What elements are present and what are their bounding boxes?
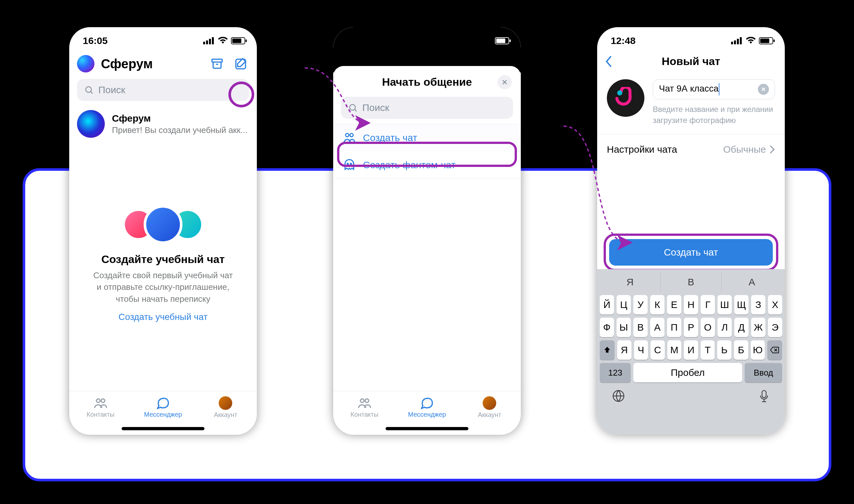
app-logo [77,55,94,72]
keyboard-key[interactable]: Д [734,318,748,337]
keyboard-key[interactable]: Х [768,295,782,314]
back-button[interactable] [602,54,616,69]
svg-rect-23 [740,37,742,44]
keyboard-key[interactable]: Т [701,340,715,360]
status-bar: 16:05 [69,27,257,48]
keyboard-key[interactable]: Ф [600,318,614,337]
svg-rect-22 [737,39,739,44]
keyboard-key[interactable]: А [650,318,665,337]
keyboard-suggestion[interactable]: Я [600,272,660,292]
svg-point-7 [96,399,100,402]
keyboard-key[interactable]: Ь [717,340,731,360]
create-chat-button[interactable]: Создать чат [609,239,773,266]
keyboard-key[interactable]: И [684,340,698,360]
archive-icon [210,57,224,71]
empty-state: Создайте учебный чат Создайте свой первы… [77,208,249,322]
empty-avatars-illustration [77,208,249,247]
svg-point-15 [350,133,353,137]
compose-button[interactable] [233,56,249,72]
keyboard-key[interactable]: Е [667,295,681,314]
keyboard-key[interactable]: У [633,295,648,314]
clear-input-button[interactable] [758,84,769,95]
keyboard-row-1: ЙЦУКЕНГШЩЗХ [600,295,782,314]
keyboard-row-2: ФЫВАПРОЛДЖЭ [600,318,782,337]
sheet-header: Начать общение [333,66,521,95]
tab-messenger[interactable]: Мессенджер [132,391,194,424]
chat-avatar-upload[interactable] [607,79,644,117]
keyboard-key[interactable]: Ч [634,340,648,360]
settings-label: Настройки чата [607,144,677,155]
keyboard-key[interactable]: Ж [751,318,765,337]
chat-subtitle: Привет! Вы создали учебный акк... [112,125,249,135]
empty-create-link[interactable]: Создать учебный чат [77,312,249,322]
keyboard-key[interactable]: Л [717,318,732,337]
keyboard-key[interactable]: Й [600,295,614,314]
chevron-left-icon [604,55,614,68]
messenger-icon [156,397,170,410]
mic-icon[interactable] [758,390,770,404]
chat-avatar-icon [615,87,637,109]
keyboard-enter-key[interactable]: Ввод [745,363,782,382]
keyboard-key[interactable]: О [701,318,715,337]
chat-list-item[interactable]: Сферум Привет! Вы создали учебный акк... [69,106,257,142]
keyboard-key[interactable]: Н [684,295,698,314]
keyboard-space-key[interactable]: Пробел [633,363,742,382]
status-time: 16:05 [83,35,108,46]
empty-title: Создайте учебный чат [77,253,249,266]
svg-rect-4 [212,59,222,62]
keyboard-key[interactable]: С [651,340,665,360]
account-avatar [483,396,496,410]
keyboard-key[interactable]: Г [701,295,715,314]
chat-name: Сферум [112,113,249,124]
keyboard-key[interactable]: Э [768,318,782,337]
status-time: 12:48 [611,35,636,46]
keyboard-key[interactable]: Ц [617,295,631,314]
keyboard-key[interactable]: Ы [617,318,631,337]
create-button-highlight-box: Создать чат [604,234,778,271]
search-icon [84,85,94,95]
tab-account[interactable]: Аккаунт [195,391,257,424]
keyboard-key[interactable]: М [667,340,682,360]
keyboard-bottom-row [600,385,782,413]
keyboard-row-3: ЯЧСМИТЬБЮ [600,340,782,360]
globe-icon[interactable] [612,390,625,402]
chevron-right-icon [769,145,775,154]
close-icon [502,79,508,85]
contacts-icon [358,397,372,410]
keyboard-key[interactable]: Ю [751,340,765,360]
keyboard-shift-key[interactable] [600,340,615,360]
keyboard-key[interactable]: Я [617,340,632,360]
keyboard-key[interactable]: Ш [717,295,732,314]
chat-settings-row[interactable]: Настройки чата Обычные [597,134,785,165]
keyboard-key[interactable]: П [667,318,681,337]
keyboard-backspace-key[interactable] [767,340,782,360]
svg-rect-26 [762,391,766,398]
svg-rect-3 [212,37,214,44]
svg-point-8 [101,399,105,402]
keyboard-key[interactable]: З [751,295,765,314]
svg-rect-21 [734,40,736,44]
chat-name-input[interactable]: Чат 9А класса [653,79,775,99]
keyboard-suggestion[interactable]: А [722,272,782,292]
tab-messenger[interactable]: Мессенджер [396,391,458,424]
keyboard-key[interactable]: В [633,318,648,337]
search-input[interactable]: Поиск [77,79,249,101]
tab-contacts[interactable]: Контакты [69,391,132,424]
keyboard-suggestion[interactable]: В [660,272,721,292]
keyboard-key[interactable]: Б [734,340,748,360]
close-button[interactable] [497,75,512,89]
keyboard-key[interactable]: Р [684,318,698,337]
svg-rect-1 [206,40,208,44]
keyboard-123-key[interactable]: 123 [600,363,631,382]
home-indicator [386,427,468,430]
tab-account[interactable]: Аккаунт [458,391,521,424]
keyboard-key[interactable]: К [650,295,665,314]
page-title: Новый чат [605,55,777,68]
contacts-icon [93,397,108,410]
archive-button[interactable] [209,56,225,72]
search-input[interactable]: Поиск [341,97,513,119]
create-chat-highlight-box [337,142,517,167]
keyboard-suggestions: Я В А [600,272,782,292]
tab-contacts[interactable]: Контакты [333,391,396,424]
keyboard-key[interactable]: Щ [734,295,748,314]
